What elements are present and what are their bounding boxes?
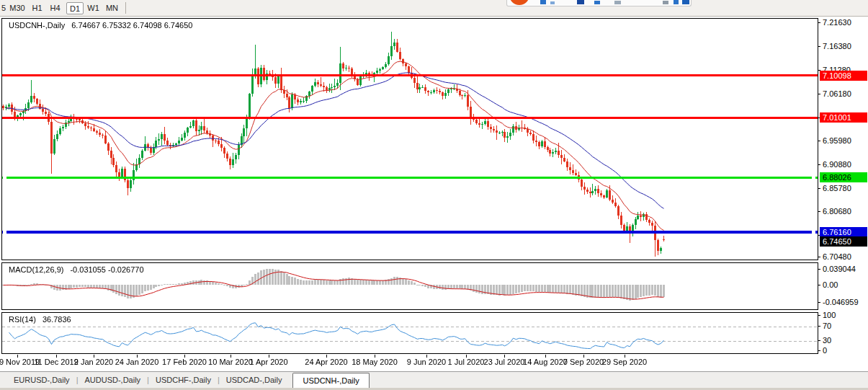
timeframe-toolbar: 5M30H1H4D1W1MN [0,0,868,17]
time-axis-label: 17 Feb 2020 [162,358,207,366]
time-axis-label: 29 Sep 2020 [602,358,647,366]
tab-eurusd[interactable]: EURUSD-,Daily [7,373,76,387]
price-axis-tick [818,46,820,47]
macd-panel: MACD(12,26,9)-0.031055 -0.026770 [1,262,818,310]
rsi-value: 36.7836 [42,315,71,324]
tab-usdcad[interactable]: USDCAD-,Daily [220,373,289,387]
current-price-tag: 6.74650 [820,236,867,247]
time-axis-label: 7 Sep 2020 [563,358,604,366]
time-axis-label: 11 Dec 2019 [34,358,79,366]
rsi-axis-label: 100 [823,311,836,319]
logo-blue-glyph-icon [594,1,600,4]
rsi-canvas[interactable] [2,313,818,353]
price-axis-tick [818,211,820,212]
hline-price-tag: 6.88026 [820,172,867,182]
price-axis-label: 6.85780 [823,184,851,192]
time-axis-label: 1 Apr 2020 [249,358,287,366]
rsi-axis-tick [818,350,820,351]
price-axis-label: 6.80680 [823,207,851,216]
price-axis-tick [818,164,820,165]
price-chart-panel: USDCNH-,Daily6.74667 6.75332 6.74098 6.7… [1,18,818,260]
time-axis-label: 2 Jan 2020 [74,358,113,366]
time-axis-label: 18 May 2020 [352,358,398,366]
macd-axis-label: 0.039044 [823,265,856,273]
macd-axis-tick [818,302,820,303]
macd-values: -0.031055 -0.026770 [70,265,143,274]
hline-price-tag: 7.01001 [820,112,867,123]
timeframe-button-w1[interactable]: W1 [86,2,101,14]
chart-tabs: EURUSD-,Daily|AUDUSD-,Daily|USDCHF-,Dail… [0,371,868,388]
horizontal-line-7.01001[interactable] [2,117,818,119]
price-axis-tick [818,141,820,141]
line-handle[interactable] [812,175,815,179]
tab-usdcnh[interactable]: USDCNH-,Daily [292,373,369,389]
macd-label: MACD(12,26,9) [9,265,63,274]
horizontal-line-6.76160[interactable] [2,231,818,234]
macd-axis-tick [818,269,820,270]
logo-gray-glyph-icon [663,1,668,4]
chart-ohlc-values: 6.74667 6.75332 6.74098 6.74650 [71,21,192,30]
time-axis-label: 10 Mar 2020 [208,358,253,366]
rsi-axis-label: 0 [823,346,827,355]
price-chart-canvas[interactable] [2,19,818,260]
price-axis-label: 7.16380 [823,42,851,50]
price-axis-tick [818,22,820,23]
time-axis-label: 24 Apr 2020 [305,358,347,366]
logo-orange-swoosh-icon [509,0,529,5]
line-handle[interactable] [3,230,6,234]
rsi-axis-tick [818,315,820,316]
macd-axis-label: -0.046959 [823,298,859,306]
line-handle[interactable] [3,175,6,179]
timeframe-button-mn[interactable]: MN [104,2,120,14]
logo-blue-glyph-icon [550,1,555,4]
rsi-axis-tick [818,326,820,327]
rsi-panel: RSI(14)36.7836 [1,312,818,354]
price-axis-tick [818,257,820,257]
rsi-label: RSI(14) [9,315,36,324]
timeframe-button-h1[interactable]: H1 [30,2,45,14]
time-axis[interactable]: 19 Nov 201911 Dec 20192 Jan 202024 Jan 2… [0,355,868,371]
price-axis-label: 7.06180 [823,89,851,98]
rsi-axis-label: 70 [823,322,831,330]
timeframe-button-d1[interactable]: D1 [66,2,84,14]
time-axis-label: 24 Jan 2020 [115,358,159,366]
horizontal-line-6.88026[interactable] [2,177,818,179]
toolbar-separator [125,2,126,14]
timeframe-button-m30[interactable]: M30 [7,2,27,14]
tab-usdchf[interactable]: USDCHF-,Daily [149,373,218,387]
logo-blue-glyph-icon [577,0,584,4]
timeframe-button-h4[interactable]: H4 [48,2,63,14]
price-axis-label: 6.95980 [823,136,851,145]
logo-blue-glyph-icon [682,0,689,4]
chart-symbol-label: USDCNH-,Daily [9,21,65,30]
logo-gray-glyph-icon [614,1,621,4]
logo-blue-glyph-icon [540,0,546,4]
price-axis-label: 6.70480 [823,252,851,261]
price-axis-tick [818,188,820,189]
hline-price-tag: 7.10098 [820,71,867,81]
macd-axis-tick [818,285,820,285]
time-axis-label: 1 Jul 2020 [448,358,485,366]
rsi-axis-tick [818,340,820,341]
macd-header: MACD(12,26,9)-0.031055 -0.026770 [9,265,151,274]
timeframe-button-5[interactable]: 5 [0,2,7,14]
time-axis-label: 23 Jul 2020 [484,358,525,366]
chart-ohlc-header: USDCNH-,Daily6.74667 6.75332 6.74098 6.7… [9,21,199,30]
price-axis-tick [818,94,820,94]
time-axis-label: 14 Aug 2020 [523,358,568,366]
price-axis-label: 6.90880 [823,160,851,169]
rsi-header: RSI(14)36.7836 [9,315,78,324]
tab-audusd[interactable]: AUDUSD-,Daily [78,373,147,387]
price-axis[interactable]: 7.216307.163807.112807.061807.010806.959… [819,18,868,354]
logo-blue-glyph-icon [674,0,679,4]
logo-fragment [506,0,692,6]
horizontal-line-7.10098[interactable] [2,74,818,76]
price-axis-label: 7.21630 [823,18,851,27]
rsi-axis-label: 30 [823,336,831,345]
time-axis-label: 9 Jun 2020 [407,358,446,366]
line-handle[interactable] [812,230,815,234]
macd-axis-label: 0.00 [823,280,838,289]
